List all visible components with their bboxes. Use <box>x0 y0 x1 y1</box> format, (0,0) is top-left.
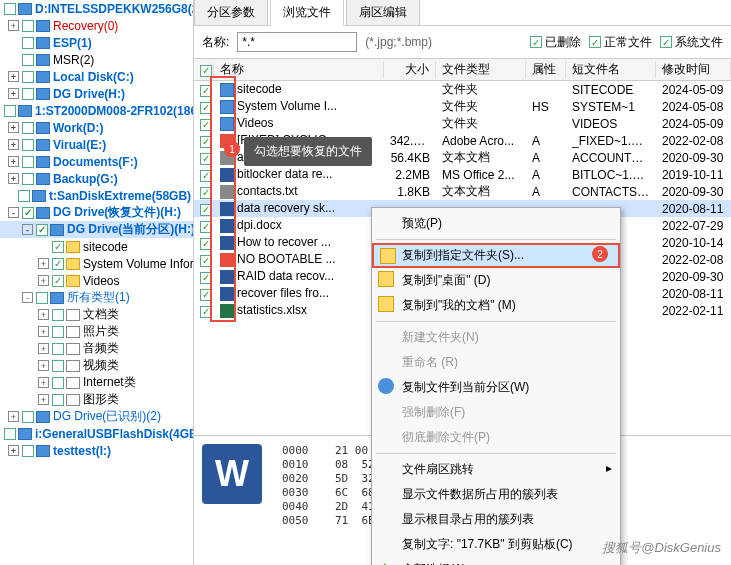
tree-checkbox[interactable] <box>22 173 34 185</box>
tab-partition-params[interactable]: 分区参数 <box>194 0 268 25</box>
tree-checkbox[interactable] <box>4 3 16 15</box>
expander-icon[interactable]: + <box>38 326 49 337</box>
ctx-show-cluster[interactable]: 显示文件数据所占用的簇列表 <box>372 482 620 507</box>
expander-icon[interactable]: + <box>8 411 19 422</box>
col-date[interactable]: 修改时间 <box>656 61 731 78</box>
tree-checkbox[interactable] <box>22 20 34 32</box>
ctx-select-all[interactable]: ✓全部选择(A) <box>372 557 620 565</box>
file-row[interactable]: [FIXED] CYCLIC ...342.4KBAdobe Acro...A_… <box>194 132 731 149</box>
tree-item[interactable]: +音频类 <box>0 340 193 357</box>
file-row[interactable]: Videos文件夹VIDEOS2024-05-09 <box>194 115 731 132</box>
file-checkbox[interactable] <box>200 153 212 165</box>
file-row[interactable]: System Volume I...文件夹HSSYSTEM~12024-05-0… <box>194 98 731 115</box>
expander-icon[interactable]: + <box>8 88 19 99</box>
col-name[interactable]: 名称 <box>214 61 384 78</box>
expander-icon[interactable]: + <box>38 377 49 388</box>
tree-item[interactable]: -DG Drive(恢复文件)(H:) <box>0 204 193 221</box>
tree-checkbox[interactable] <box>52 309 64 321</box>
file-checkbox[interactable] <box>200 306 212 318</box>
tree-item[interactable]: sitecode <box>0 238 193 255</box>
ctx-sector-jump[interactable]: 文件扇区跳转▸ <box>372 457 620 482</box>
col-short[interactable]: 短文件名 <box>566 61 656 78</box>
tree-item[interactable]: +Local Disk(C:) <box>0 68 193 85</box>
tab-sector-edit[interactable]: 扇区编辑 <box>346 0 420 25</box>
expander-icon[interactable]: + <box>8 20 19 31</box>
tree-item[interactable]: +Work(D:) <box>0 119 193 136</box>
file-row[interactable]: accounts.txt56.4KB文本文档AACCOUNTS....2020-… <box>194 149 731 166</box>
tree-checkbox[interactable] <box>4 105 16 117</box>
expander-icon[interactable]: + <box>8 173 19 184</box>
select-all-checkbox[interactable] <box>200 65 212 77</box>
ctx-copy-to-partition[interactable]: 复制文件到当前分区(W) <box>372 375 620 400</box>
tree-checkbox[interactable] <box>52 360 64 372</box>
expander-icon[interactable]: + <box>8 445 19 456</box>
tree-item[interactable]: D:INTELSSDPEKKW256G8(238GB) <box>0 0 193 17</box>
tree-item[interactable]: +DG Drive(已识别)(2) <box>0 408 193 425</box>
col-size[interactable]: 大小 <box>384 61 436 78</box>
col-attr[interactable]: 属性 <box>526 61 566 78</box>
tree-checkbox[interactable] <box>36 292 48 304</box>
disk-tree[interactable]: D:INTELSSDPEKKW256G8(238GB)+Recovery(0)E… <box>0 0 194 565</box>
tree-item[interactable]: +System Volume Informati… <box>0 255 193 272</box>
file-row[interactable]: sitecode文件夹SITECODE2024-05-09 <box>194 81 731 98</box>
ctx-copy-desktop[interactable]: 复制到"桌面" (D) <box>372 268 620 293</box>
tree-checkbox[interactable] <box>52 343 64 355</box>
tree-checkbox[interactable] <box>36 224 48 236</box>
col-type[interactable]: 文件类型 <box>436 61 526 78</box>
tree-checkbox[interactable] <box>22 139 34 151</box>
tree-item[interactable]: +Documents(F:) <box>0 153 193 170</box>
file-checkbox[interactable] <box>200 289 212 301</box>
expander-icon[interactable]: - <box>8 207 19 218</box>
ctx-show-root[interactable]: 显示根目录占用的簇列表 <box>372 507 620 532</box>
file-checkbox[interactable] <box>200 221 212 233</box>
tree-checkbox[interactable] <box>52 394 64 406</box>
name-pattern-input[interactable] <box>237 32 357 52</box>
tree-item[interactable]: +照片类 <box>0 323 193 340</box>
tree-item[interactable]: +DG Drive(H:) <box>0 85 193 102</box>
expander-icon[interactable]: + <box>38 343 49 354</box>
tree-checkbox[interactable] <box>52 258 64 270</box>
expander-icon[interactable]: + <box>8 122 19 133</box>
expander-icon[interactable]: - <box>22 292 33 303</box>
tree-checkbox[interactable] <box>22 54 34 66</box>
tree-checkbox[interactable] <box>52 377 64 389</box>
tree-checkbox[interactable] <box>22 122 34 134</box>
tree-item[interactable]: +视频类 <box>0 357 193 374</box>
tree-item[interactable]: +Internet类 <box>0 374 193 391</box>
filter-system-checkbox[interactable]: 系统文件 <box>660 34 723 51</box>
tree-item[interactable]: 1:ST2000DM008-2FR102(1863GB) <box>0 102 193 119</box>
tree-item[interactable]: +图形类 <box>0 391 193 408</box>
file-checkbox[interactable] <box>200 238 212 250</box>
tab-browse-files[interactable]: 浏览文件 <box>270 0 344 26</box>
tree-item[interactable]: i:GeneralUSBFlashDisk(4GB) <box>0 425 193 442</box>
expander-icon[interactable]: + <box>38 394 49 405</box>
ctx-copy-to-folder[interactable]: 复制到指定文件夹(S)...2 <box>372 243 620 268</box>
expander-icon[interactable]: + <box>8 139 19 150</box>
file-checkbox[interactable] <box>200 272 212 284</box>
tree-item[interactable]: -DG Drive(当前分区)(H:) <box>0 221 193 238</box>
expander-icon[interactable]: + <box>38 309 49 320</box>
tree-item[interactable]: t:SanDiskExtreme(58GB) <box>0 187 193 204</box>
tree-checkbox[interactable] <box>22 445 34 457</box>
ctx-force-delete[interactable]: 强制删除(F) <box>372 400 620 425</box>
ctx-copy-mydoc[interactable]: 复制到"我的文档" (M) <box>372 293 620 318</box>
file-checkbox[interactable] <box>200 136 212 148</box>
tree-checkbox[interactable] <box>22 71 34 83</box>
tree-checkbox[interactable] <box>22 411 34 423</box>
tree-checkbox[interactable] <box>22 156 34 168</box>
file-checkbox[interactable] <box>200 102 212 114</box>
tree-item[interactable]: MSR(2) <box>0 51 193 68</box>
tree-checkbox[interactable] <box>22 207 34 219</box>
expander-icon[interactable]: + <box>8 156 19 167</box>
tree-item[interactable]: +文档类 <box>0 306 193 323</box>
tree-item[interactable]: +testtest(I:) <box>0 442 193 459</box>
ctx-preview[interactable]: 预览(P) <box>372 211 620 236</box>
filter-normal-checkbox[interactable]: 正常文件 <box>589 34 652 51</box>
tree-item[interactable]: +Virual(E:) <box>0 136 193 153</box>
expander-icon[interactable]: + <box>38 258 49 269</box>
tree-checkbox[interactable] <box>52 326 64 338</box>
tree-checkbox[interactable] <box>4 428 16 440</box>
ctx-new-folder[interactable]: 新建文件夹(N) <box>372 325 620 350</box>
tree-item[interactable]: -所有类型(1) <box>0 289 193 306</box>
file-row[interactable]: bitlocker data re...2.2MBMS Office 2...A… <box>194 166 731 183</box>
